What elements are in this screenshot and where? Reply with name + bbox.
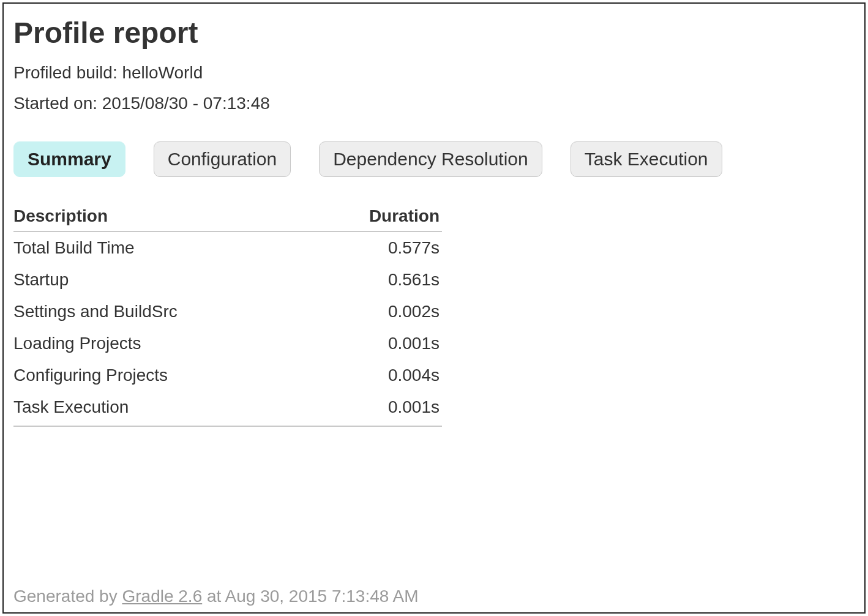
cell-duration: 0.002s [312, 296, 442, 328]
cell-duration: 0.001s [312, 391, 442, 426]
table-row: Configuring Projects 0.004s [13, 359, 442, 391]
cell-description: Settings and BuildSrc [13, 296, 312, 328]
col-header-description: Description [13, 203, 312, 231]
footer-prefix: Generated by [13, 587, 122, 606]
cell-duration: 0.001s [312, 328, 442, 359]
tab-bar: Summary Configuration Dependency Resolut… [13, 141, 855, 177]
tab-dependency-resolution[interactable]: Dependency Resolution [319, 141, 542, 177]
col-header-duration: Duration [312, 203, 442, 231]
cell-description: Loading Projects [13, 328, 312, 359]
cell-description: Startup [13, 264, 312, 296]
table-row: Total Build Time 0.577s [13, 231, 442, 264]
cell-duration: 0.004s [312, 359, 442, 391]
started-on-line: Started on: 2015/08/30 - 07:13:48 [13, 94, 855, 113]
cell-duration: 0.577s [312, 231, 442, 264]
table-row: Loading Projects 0.001s [13, 328, 442, 359]
cell-description: Total Build Time [13, 231, 312, 264]
table-row: Settings and BuildSrc 0.002s [13, 296, 442, 328]
footer-suffix: at Aug 30, 2015 7:13:48 AM [202, 587, 418, 606]
cell-description: Configuring Projects [13, 359, 312, 391]
tab-summary[interactable]: Summary [13, 141, 125, 177]
report-frame: Profile report Profiled build: helloWorl… [2, 2, 866, 614]
cell-description: Task Execution [13, 391, 312, 426]
tab-task-execution[interactable]: Task Execution [571, 141, 722, 177]
page-title: Profile report [13, 16, 855, 50]
profiled-build-line: Profiled build: helloWorld [13, 63, 855, 83]
table-row: Task Execution 0.001s [13, 391, 442, 426]
table-row: Startup 0.561s [13, 264, 442, 296]
footer-gradle-link[interactable]: Gradle 2.6 [122, 587, 202, 606]
tab-configuration[interactable]: Configuration [154, 141, 291, 177]
summary-table: Description Duration Total Build Time 0.… [13, 203, 442, 427]
cell-duration: 0.561s [312, 264, 442, 296]
footer: Generated by Gradle 2.6 at Aug 30, 2015 … [13, 587, 419, 606]
